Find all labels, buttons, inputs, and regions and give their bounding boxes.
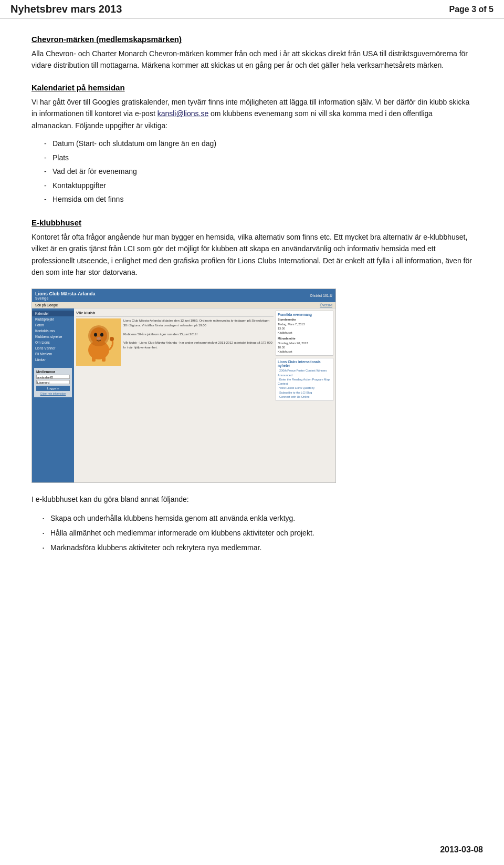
sim-lci-item2: · Enter the Reading Action Program Map C… <box>278 377 331 386</box>
sim-nav-vanners: Lions Vänner <box>32 345 74 351</box>
sim-sidebar: Kalender Klubbprojekt Foton Kontakta oss… <box>32 308 74 482</box>
eklubbbhuset-section: E-klubbhuset Kontoret får ofta frågor an… <box>32 218 472 555</box>
svg-point-5 <box>97 337 101 340</box>
sim-event2-date: Onsdag, Mars 20, 2013 <box>278 341 331 345</box>
sim-lci-title: Lions Clubs Internationals nyheter <box>278 360 331 367</box>
list-item: Kontaktuppgifter <box>52 179 472 193</box>
sim-lci-box: Lions Clubs Internationals nyheter · 200… <box>276 358 333 401</box>
dot-item-1: Skapa och underhålla klubbens hemsida ge… <box>42 511 472 526</box>
sim-event2-loc: Klubbhuset <box>278 349 331 354</box>
sim-nav-lankar: Länkar <box>32 357 74 363</box>
sim-event1-time: 13:00 <box>278 326 331 331</box>
sim-nav-styrelse: Klubbens styrelse <box>32 334 74 339</box>
sim-nav-bli: Bli Medlem <box>32 351 74 357</box>
lion-svg <box>80 321 117 363</box>
sim-club-name: Lions Club Märsta-Arlanda <box>35 291 96 296</box>
sim-lci-item3: · View Latest Lions Quarterly <box>278 386 331 390</box>
sim-lci-item1: · 200th Peace Poster Contest Winners Ann… <box>278 368 331 377</box>
sim-content: Vår klubb <box>74 308 335 482</box>
list-item: Hemsida om det finns <box>52 192 472 207</box>
sim-nav-kalender: Kalender <box>32 311 74 316</box>
calendar-bullet-list: Datum (Start- och slutdatum om längre än… <box>32 137 472 207</box>
svg-point-4 <box>100 333 103 337</box>
sim-header: Lions Club Märsta-Arlanda Sverige Distri… <box>32 289 335 302</box>
sim-login-label: Medlemmar <box>36 370 70 374</box>
sim-nav-omlions: Om Lions <box>32 339 74 345</box>
sim-overview-link: Översikt <box>320 303 332 307</box>
dot-item-2: Hålla allmänhet och medlemmar informerad… <box>42 526 472 540</box>
sim-country: Sverige <box>35 296 96 300</box>
sim-lci-item5: · Connect with Us Online <box>278 395 331 399</box>
sim-center: Vår klubb <box>76 311 274 480</box>
calendar-section: Kalendariet på hemsidan Vi har gått över… <box>32 83 472 207</box>
main-content: Chevron-märken (medlemskapsmärken) Alla … <box>0 19 504 588</box>
page-number: Page 3 of 5 <box>449 5 494 14</box>
page-header: Nyhetsbrev mars 2013 Page 3 of 5 <box>0 0 504 19</box>
sim-userid-field: användar-ID <box>36 375 70 379</box>
svg-rect-7 <box>102 355 106 362</box>
sim-nav-klubbprojekt: Klubbprojekt <box>32 316 74 322</box>
dot-item-3: Marknadsföra klubbens aktiviteter och re… <box>42 540 472 555</box>
sim-main-heading: Vår klubb <box>76 311 274 317</box>
sim-password-field: Lösenord <box>36 380 70 384</box>
website-screenshot: Lions Club Märsta-Arlanda Sverige Distri… <box>32 289 336 483</box>
sim-main-area: Vår klubb <box>74 308 335 482</box>
svg-point-2 <box>88 325 109 346</box>
calendar-text: Vi har gått över till Googles gratiskale… <box>32 96 472 131</box>
list-item: Datum (Start- och slutdatum om längre än… <box>52 137 472 151</box>
document-title: Nyhetsbrev mars 2013 <box>10 3 122 15</box>
sim-body: Kalender Klubbprojekt Foton Kontakta oss… <box>32 308 335 482</box>
chevron-heading: Chevron-märken (medlemskapsmärken) <box>32 35 472 44</box>
svg-rect-6 <box>92 355 96 362</box>
calendar-heading: Kalendariet på hemsidan <box>32 83 472 92</box>
sim-login-box: Medlemmar användar-ID Lösenord Logga in … <box>34 368 72 397</box>
list-item: Plats <box>52 151 472 165</box>
chevron-text: Alla Chevron- och Charter Monarch Chevro… <box>32 48 472 71</box>
sim-event1-loc: Klubbhuset <box>278 331 331 335</box>
sim-district: District 101-U <box>310 294 332 297</box>
eklubbbhuset-caption: I e-klubbhuset kan du göra bland annat f… <box>32 493 472 505</box>
sim-event2-time: 18:30 <box>278 345 331 349</box>
svg-point-3 <box>94 333 97 337</box>
sim-events-box: Framtida evenemang Styrelsemöte Tisdag, … <box>276 311 333 356</box>
sim-event2-title: Månadsmöte <box>278 336 331 341</box>
sim-events-title: Framtida evenemang <box>278 313 331 316</box>
sim-search-label: Sök på Google <box>35 303 58 307</box>
sim-login-button: Logga in <box>36 386 70 391</box>
sim-nav-foton: Foton <box>32 322 74 328</box>
chevron-section: Chevron-märken (medlemskapsmärken) Alla … <box>32 35 472 71</box>
page-footer-date: 2013-03-08 <box>440 845 483 854</box>
email-link[interactable]: kansli@lions.se <box>158 109 208 118</box>
sim-lion-image <box>76 318 121 366</box>
sim-top-bar: Sök på Google Översikt <box>32 302 335 308</box>
list-item: Vad det är för evenemang <box>52 164 472 179</box>
sim-forgot-link: Glömt min information <box>36 392 70 395</box>
sim-lci-item4: · Subscribe to the LCI Blog <box>278 390 331 395</box>
sim-event1-title: Styrelsemöte <box>278 317 331 322</box>
sim-event1-date: Tisdag, Mars 7, 2013 <box>278 322 331 326</box>
sim-nav-kontakta: Kontakta oss <box>32 328 74 334</box>
sim-right-panel: Framtida evenemang Styrelsemöte Tisdag, … <box>276 311 333 480</box>
eklubbbhuset-heading: E-klubbhuset <box>32 218 472 227</box>
eklubbbhuset-text: Kontoret får ofta frågor angående hur ma… <box>32 231 472 279</box>
eklubbbhuset-dot-list: Skapa och underhålla klubbens hemsida ge… <box>32 511 472 555</box>
svg-point-8 <box>110 337 114 341</box>
